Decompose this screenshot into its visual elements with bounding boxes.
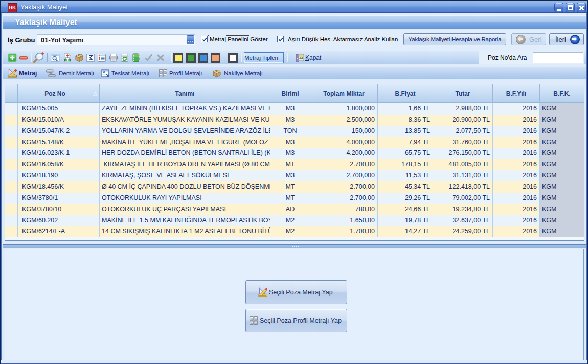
svg-text:15: 15 bbox=[103, 71, 106, 73]
